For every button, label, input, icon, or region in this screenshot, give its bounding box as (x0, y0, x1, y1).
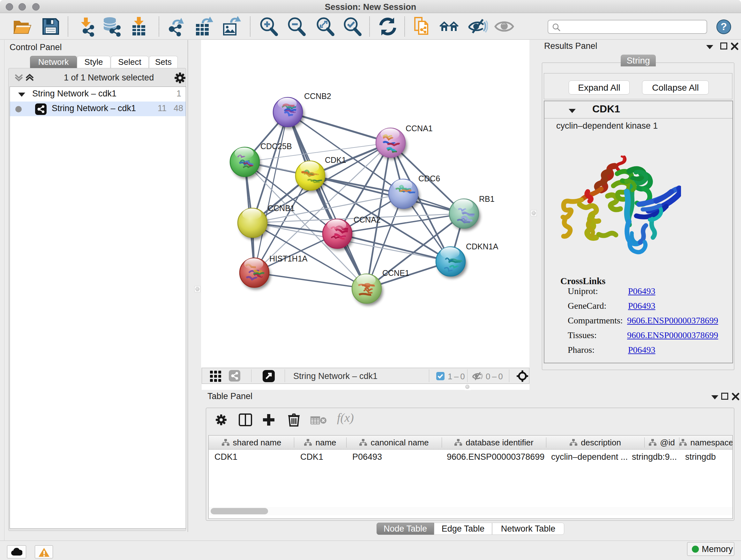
svg-text:CDKN1A: CDKN1A (466, 242, 498, 251)
svg-text:CDC25B: CDC25B (260, 142, 292, 151)
svg-text:CDK1: CDK1 (325, 155, 346, 165)
svg-text:CCNE1: CCNE1 (382, 268, 409, 277)
svg-text:RB1: RB1 (479, 194, 495, 203)
svg-text:CCNA2: CCNA2 (354, 215, 381, 224)
svg-text:HIST1H1A: HIST1H1A (269, 254, 308, 263)
svg-text:?: ? (721, 21, 727, 32)
svg-text:CCNB2: CCNB2 (304, 91, 331, 101)
svg-text:CDC6: CDC6 (418, 174, 440, 183)
svg-text:CCNB1: CCNB1 (268, 204, 295, 212)
svg-text:CCNA1: CCNA1 (406, 124, 433, 133)
